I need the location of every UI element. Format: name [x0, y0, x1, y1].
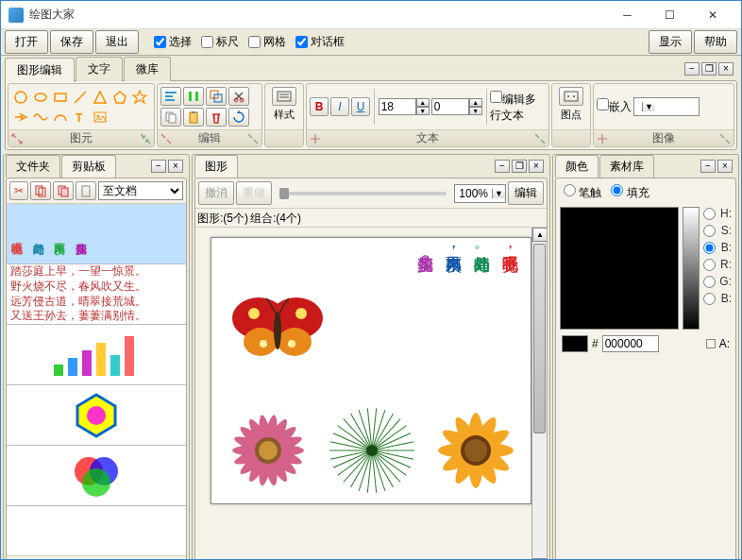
paste2-icon[interactable]: [76, 181, 96, 200]
display-button[interactable]: 显示: [649, 30, 692, 54]
paste-icon[interactable]: [53, 181, 74, 200]
style-button[interactable]: [272, 87, 296, 106]
select-checkbox[interactable]: 选择: [154, 34, 192, 50]
panel-min[interactable]: −: [700, 160, 716, 173]
shape-wave[interactable]: [31, 108, 50, 127]
color-field[interactable]: [560, 207, 679, 330]
expand-icon[interactable]: [160, 132, 173, 145]
ribbon-restore[interactable]: ❐: [701, 62, 717, 76]
maximize-button[interactable]: ☐: [649, 2, 691, 28]
help-button[interactable]: 帮助: [694, 30, 737, 54]
underline-button[interactable]: U: [351, 97, 370, 116]
font-size-spinner[interactable]: ▲▼: [379, 98, 430, 115]
zoom-combo[interactable]: 100%▼: [454, 184, 506, 203]
collapse-icon[interactable]: [533, 132, 547, 145]
shape-line[interactable]: [71, 88, 90, 107]
g-radio[interactable]: [703, 276, 716, 288]
rotate-button[interactable]: [228, 108, 249, 127]
italic-button[interactable]: I: [330, 97, 349, 116]
shape-pentagon[interactable]: [110, 88, 129, 107]
collapse-icon[interactable]: [139, 132, 152, 145]
exit-button[interactable]: 退出: [95, 30, 139, 54]
clip-item-poem[interactable]: 春眠不觉晓 处处闻啼鸟 夜来风雨声 花落知多少: [7, 204, 186, 264]
shape-arrow[interactable]: [11, 108, 30, 127]
expand-icon[interactable]: [309, 132, 322, 145]
expand-icon[interactable]: [10, 132, 24, 145]
panel-close[interactable]: ×: [168, 160, 183, 173]
embed-checkbox[interactable]: 嵌入: [597, 98, 632, 115]
shape-arc[interactable]: [51, 108, 70, 127]
distribute-button[interactable]: [183, 87, 204, 106]
copy-button[interactable]: [160, 108, 181, 127]
open-button[interactable]: 打开: [5, 30, 48, 54]
paste-button[interactable]: [183, 108, 204, 127]
shape-star[interactable]: [130, 88, 149, 107]
ribbon-close[interactable]: ×: [718, 62, 734, 76]
svg-rect-32: [61, 188, 68, 196]
save-button[interactable]: 保存: [50, 30, 93, 54]
tab-clipboard[interactable]: 剪贴板: [61, 155, 116, 178]
collapse-icon[interactable]: [246, 132, 260, 145]
expand-icon[interactable]: [596, 132, 609, 145]
fill-radio[interactable]: 填充: [611, 184, 649, 201]
clip-item-venn[interactable]: [7, 446, 186, 506]
multiline-checkbox[interactable]: 编辑多行文本: [490, 91, 546, 124]
tab-material[interactable]: 素材库: [599, 155, 654, 178]
shape-image[interactable]: [91, 108, 110, 127]
panel-close[interactable]: ×: [717, 160, 733, 173]
align-button[interactable]: [160, 87, 181, 106]
to-doc-select[interactable]: 至文档: [98, 181, 183, 200]
panel-close[interactable]: ×: [529, 160, 544, 173]
bold-button[interactable]: B: [310, 97, 329, 116]
cut-icon[interactable]: ✂: [9, 181, 28, 200]
group-style: 样式: [264, 83, 304, 147]
canvas[interactable]: 春眠不觉晓， 处处闻啼鸟。 夜来风雨声， 花落知多少？: [211, 237, 531, 504]
cut-button[interactable]: [228, 87, 249, 106]
dialog-checkbox[interactable]: 对话框: [295, 34, 345, 50]
embed-combo[interactable]: ▼: [633, 97, 700, 116]
panel-max[interactable]: ❐: [512, 160, 527, 173]
undo-button[interactable]: 撤消: [198, 181, 234, 205]
shape-text[interactable]: T: [71, 108, 90, 127]
b-radio[interactable]: [703, 242, 716, 254]
grid-checkbox[interactable]: 网格: [248, 34, 286, 50]
panel-min[interactable]: −: [151, 160, 166, 173]
s-radio[interactable]: [703, 225, 716, 237]
dot-button[interactable]: [559, 87, 583, 106]
group-button[interactable]: [206, 87, 227, 106]
edit-button[interactable]: 编辑: [508, 181, 544, 205]
redo-button[interactable]: 重做: [236, 181, 272, 205]
panel-min[interactable]: −: [495, 160, 510, 173]
tab-folder[interactable]: 文件夹: [6, 155, 60, 178]
clip-item-chart[interactable]: [7, 325, 186, 385]
tab-color[interactable]: 颜色: [555, 155, 599, 178]
shape-circle[interactable]: [11, 88, 30, 107]
h-radio[interactable]: [703, 208, 716, 220]
tab-shape-edit[interactable]: 图形编辑: [5, 58, 75, 82]
collapse-icon[interactable]: [718, 132, 732, 145]
subtab-shapes[interactable]: 图形:(5个): [197, 211, 248, 227]
clip-item-text[interactable]: 踏莎庭上早，一望一惊景。 野火烧不尽，春风吹又生。 远芳侵古道，晴翠接荒城。 又…: [7, 264, 186, 325]
canvas-area[interactable]: 春眠不觉晓， 处处闻啼鸟。 夜来风雨声， 花落知多少？: [195, 228, 547, 560]
ruler-checkbox[interactable]: 标尺: [201, 34, 239, 50]
spacing-spinner[interactable]: ▲▼: [431, 98, 482, 115]
ribbon-minimize[interactable]: −: [684, 62, 700, 76]
close-button[interactable]: ✕: [691, 2, 734, 28]
vertical-scrollbar[interactable]: ▲▼: [531, 228, 547, 560]
delete-button[interactable]: [206, 108, 227, 127]
shape-ellipse[interactable]: [31, 88, 50, 107]
tab-canvas[interactable]: 图形: [194, 155, 238, 178]
shape-rect[interactable]: [51, 88, 70, 107]
tab-micro-lib[interactable]: 微库: [124, 57, 171, 81]
subtab-groups[interactable]: 组合:(4个): [250, 211, 301, 227]
r-radio[interactable]: [703, 259, 716, 271]
hex-input[interactable]: [602, 335, 659, 352]
clip-item-hexagon[interactable]: [7, 385, 186, 446]
copy-icon[interactable]: [30, 181, 51, 200]
b2-radio[interactable]: [703, 293, 716, 305]
stroke-radio[interactable]: 笔触: [564, 184, 601, 201]
hue-slider[interactable]: [683, 207, 700, 330]
tab-text[interactable]: 文字: [76, 57, 123, 81]
shape-triangle[interactable]: [91, 88, 110, 107]
minimize-button[interactable]: ─: [606, 2, 649, 28]
